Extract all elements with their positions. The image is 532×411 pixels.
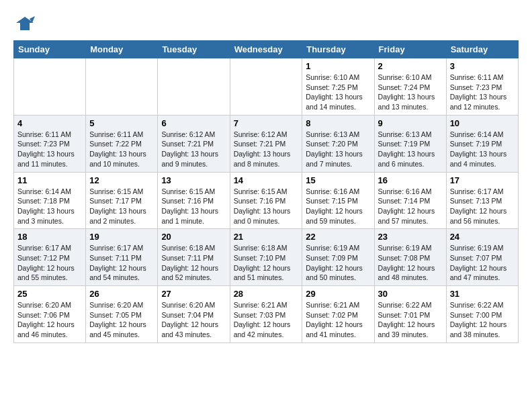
day-info: Sunrise: 6:15 AM Sunset: 7:17 PM Dayligh… [89,187,154,226]
day-number: 10 [450,118,515,128]
calendar-cell: 23Sunrise: 6:19 AM Sunset: 7:08 PM Dayli… [374,229,446,286]
weekday-header-monday: Monday [86,41,158,58]
calendar-table: SundayMondayTuesdayWednesdayThursdayFrid… [13,40,519,343]
day-number: 8 [306,118,370,128]
calendar-cell: 28Sunrise: 6:21 AM Sunset: 7:03 PM Dayli… [230,286,302,343]
day-info: Sunrise: 6:11 AM Sunset: 7:23 PM Dayligh… [17,130,82,169]
calendar-cell: 2Sunrise: 6:10 AM Sunset: 7:24 PM Daylig… [374,58,446,116]
day-number: 22 [306,232,370,242]
calendar-cell: 10Sunrise: 6:14 AM Sunset: 7:19 PM Dayli… [446,115,518,172]
calendar-cell: 27Sunrise: 6:20 AM Sunset: 7:04 PM Dayli… [158,286,230,343]
day-info: Sunrise: 6:12 AM Sunset: 7:21 PM Dayligh… [234,130,299,169]
day-info: Sunrise: 6:21 AM Sunset: 7:03 PM Dayligh… [234,300,299,340]
calendar-cell: 4Sunrise: 6:11 AM Sunset: 7:23 PM Daylig… [14,115,86,172]
day-info: Sunrise: 6:12 AM Sunset: 7:21 PM Dayligh… [161,130,226,169]
day-number: 4 [17,118,82,128]
day-number: 14 [234,175,299,185]
calendar-cell: 6Sunrise: 6:12 AM Sunset: 7:21 PM Daylig… [158,115,230,172]
calendar-cell: 11Sunrise: 6:14 AM Sunset: 7:18 PM Dayli… [14,172,86,229]
calendar-cell: 30Sunrise: 6:22 AM Sunset: 7:01 PM Dayli… [374,286,446,343]
day-info: Sunrise: 6:21 AM Sunset: 7:02 PM Dayligh… [306,300,370,340]
day-number: 27 [161,289,226,299]
day-info: Sunrise: 6:13 AM Sunset: 7:19 PM Dayligh… [378,130,443,169]
day-info: Sunrise: 6:15 AM Sunset: 7:16 PM Dayligh… [234,187,299,226]
day-number: 20 [161,232,226,242]
calendar-week-row: 11Sunrise: 6:14 AM Sunset: 7:18 PM Dayli… [14,172,519,229]
day-info: Sunrise: 6:14 AM Sunset: 7:19 PM Dayligh… [450,130,515,169]
weekday-header-thursday: Thursday [302,41,374,58]
day-info: Sunrise: 6:20 AM Sunset: 7:04 PM Dayligh… [161,300,226,340]
calendar-cell: 26Sunrise: 6:20 AM Sunset: 7:05 PM Dayli… [86,286,158,343]
weekday-header-sunday: Sunday [14,41,86,58]
calendar-cell: 14Sunrise: 6:15 AM Sunset: 7:16 PM Dayli… [230,172,302,229]
weekday-header-friday: Friday [374,41,446,58]
calendar-cell: 7Sunrise: 6:12 AM Sunset: 7:21 PM Daylig… [230,115,302,172]
weekday-header-wednesday: Wednesday [230,41,302,58]
day-info: Sunrise: 6:17 AM Sunset: 7:12 PM Dayligh… [17,243,82,283]
logo [13,13,36,34]
weekday-header-row: SundayMondayTuesdayWednesdayThursdayFrid… [14,41,519,58]
day-info: Sunrise: 6:20 AM Sunset: 7:05 PM Dayligh… [89,300,154,340]
calendar-week-row: 25Sunrise: 6:20 AM Sunset: 7:06 PM Dayli… [14,286,519,343]
calendar-cell [230,58,302,116]
calendar-cell: 31Sunrise: 6:22 AM Sunset: 7:00 PM Dayli… [446,286,518,343]
day-info: Sunrise: 6:10 AM Sunset: 7:24 PM Dayligh… [378,73,443,112]
day-info: Sunrise: 6:17 AM Sunset: 7:11 PM Dayligh… [89,243,154,283]
calendar-cell: 9Sunrise: 6:13 AM Sunset: 7:19 PM Daylig… [374,115,446,172]
calendar-cell: 1Sunrise: 6:10 AM Sunset: 7:25 PM Daylig… [302,58,374,116]
day-number: 6 [161,118,226,128]
day-info: Sunrise: 6:18 AM Sunset: 7:11 PM Dayligh… [161,243,226,283]
day-number: 17 [450,175,515,185]
calendar-cell: 29Sunrise: 6:21 AM Sunset: 7:02 PM Dayli… [302,286,374,343]
day-info: Sunrise: 6:20 AM Sunset: 7:06 PM Dayligh… [17,300,82,340]
weekday-header-saturday: Saturday [446,41,518,58]
day-number: 28 [234,289,299,299]
day-number: 26 [89,289,154,299]
day-number: 1 [306,61,370,71]
calendar-cell: 3Sunrise: 6:11 AM Sunset: 7:23 PM Daylig… [446,58,518,116]
day-number: 15 [306,175,370,185]
day-info: Sunrise: 6:16 AM Sunset: 7:14 PM Dayligh… [378,187,443,226]
logo-text [13,13,36,34]
day-number: 25 [17,289,82,299]
day-info: Sunrise: 6:19 AM Sunset: 7:07 PM Dayligh… [450,243,515,283]
day-number: 5 [89,118,154,128]
day-info: Sunrise: 6:11 AM Sunset: 7:23 PM Dayligh… [450,73,515,112]
calendar-cell: 15Sunrise: 6:16 AM Sunset: 7:15 PM Dayli… [302,172,374,229]
day-info: Sunrise: 6:22 AM Sunset: 7:00 PM Dayligh… [450,300,515,340]
day-info: Sunrise: 6:14 AM Sunset: 7:18 PM Dayligh… [17,187,82,226]
day-number: 7 [234,118,299,128]
day-info: Sunrise: 6:22 AM Sunset: 7:01 PM Dayligh… [378,300,443,340]
day-number: 9 [378,118,443,128]
day-number: 13 [161,175,226,185]
day-number: 19 [89,232,154,242]
calendar-cell: 25Sunrise: 6:20 AM Sunset: 7:06 PM Dayli… [14,286,86,343]
day-info: Sunrise: 6:19 AM Sunset: 7:09 PM Dayligh… [306,243,370,283]
day-info: Sunrise: 6:10 AM Sunset: 7:25 PM Dayligh… [306,73,370,112]
day-number: 23 [378,232,443,242]
day-number: 30 [378,289,443,299]
calendar-cell [14,58,86,116]
weekday-header-tuesday: Tuesday [158,41,230,58]
calendar-week-row: 1Sunrise: 6:10 AM Sunset: 7:25 PM Daylig… [14,58,519,116]
day-info: Sunrise: 6:16 AM Sunset: 7:15 PM Dayligh… [306,187,370,226]
calendar-week-row: 4Sunrise: 6:11 AM Sunset: 7:23 PM Daylig… [14,115,519,172]
calendar-cell: 17Sunrise: 6:17 AM Sunset: 7:13 PM Dayli… [446,172,518,229]
day-info: Sunrise: 6:13 AM Sunset: 7:20 PM Dayligh… [306,130,370,169]
day-number: 24 [450,232,515,242]
calendar-cell: 18Sunrise: 6:17 AM Sunset: 7:12 PM Dayli… [14,229,86,286]
calendar-cell: 20Sunrise: 6:18 AM Sunset: 7:11 PM Dayli… [158,229,230,286]
calendar-cell: 21Sunrise: 6:18 AM Sunset: 7:10 PM Dayli… [230,229,302,286]
calendar-cell: 22Sunrise: 6:19 AM Sunset: 7:09 PM Dayli… [302,229,374,286]
calendar-cell: 24Sunrise: 6:19 AM Sunset: 7:07 PM Dayli… [446,229,518,286]
day-info: Sunrise: 6:15 AM Sunset: 7:16 PM Dayligh… [161,187,226,226]
calendar-cell: 5Sunrise: 6:11 AM Sunset: 7:22 PM Daylig… [86,115,158,172]
day-info: Sunrise: 6:18 AM Sunset: 7:10 PM Dayligh… [234,243,299,283]
calendar-cell: 8Sunrise: 6:13 AM Sunset: 7:20 PM Daylig… [302,115,374,172]
calendar-cell: 16Sunrise: 6:16 AM Sunset: 7:14 PM Dayli… [374,172,446,229]
calendar-cell [158,58,230,116]
day-number: 18 [17,232,82,242]
day-number: 3 [450,61,515,71]
day-number: 12 [89,175,154,185]
page-header [13,13,519,34]
